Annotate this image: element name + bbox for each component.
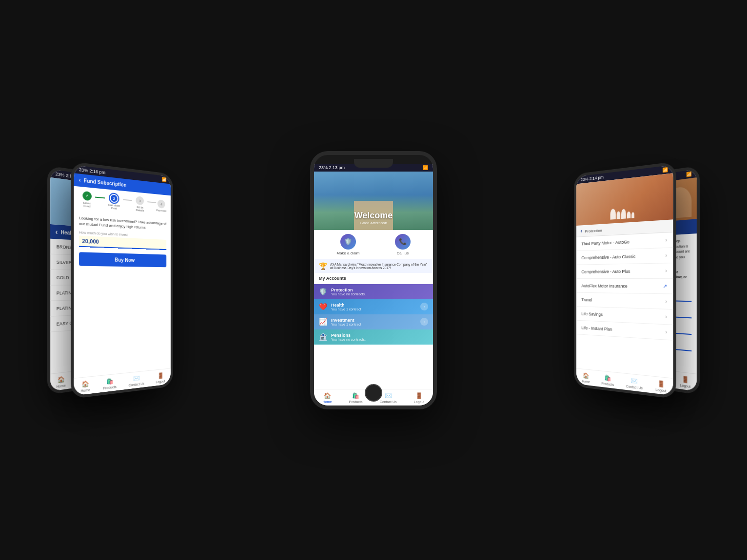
back-icon[interactable]: ‹ — [79, 177, 81, 183]
expand-icon[interactable]: › — [420, 318, 428, 326]
protection-account-row[interactable]: 🛡️ Protection You have no contracts. — [314, 284, 433, 299]
trophy-icon: 🏆 — [319, 262, 327, 270]
health-account-row[interactable]: ❤️ Health You have 1 contract › — [314, 299, 433, 314]
step-circle-4: 4 — [157, 199, 165, 209]
step-line-2 — [123, 199, 133, 201]
chevron-right-icon: › — [665, 298, 667, 304]
nav-logout[interactable]: 🚪 Logout — [414, 392, 424, 404]
chevron-right-icon: › — [665, 314, 667, 320]
list-item[interactable]: AutoFlex Motor Insurance ↗ — [576, 278, 673, 294]
nav-logout[interactable]: 🚪 Logout — [655, 380, 666, 392]
step-line-1 — [95, 196, 105, 198]
nav-logout[interactable]: 🚪 Logout — [680, 375, 690, 388]
external-link-icon: ↗ — [663, 283, 667, 289]
home-icon: 🏠 — [58, 375, 65, 384]
logout-icon: 🚪 — [657, 380, 665, 387]
protection-icon: 🛡️ — [319, 288, 327, 295]
back-icon[interactable]: ‹ — [56, 227, 58, 235]
home-icon: 🏠 — [81, 380, 89, 387]
my-accounts-header: My Accounts — [314, 273, 433, 284]
buy-now-button[interactable]: Buy Now — [79, 252, 166, 267]
chevron-right-icon: › — [665, 237, 667, 243]
investment-icon: 📈 — [319, 318, 327, 326]
welcome-title: Welcome — [354, 211, 393, 221]
home-button[interactable] — [365, 384, 382, 402]
protection-product-list: Third Party Motor - AutoGo › Comprehensi… — [576, 232, 673, 378]
nav-contact[interactable]: ✉️ Contact Us — [380, 392, 397, 404]
home-icon: 🏠 — [324, 392, 331, 399]
nav-home[interactable]: 🏠 Home — [80, 380, 90, 392]
health-info: Health You have 1 contract — [331, 303, 416, 311]
contact-icon: ✉️ — [385, 392, 392, 399]
news-ticker: 🏆 AXA Mansard wins "Most Innovative Insu… — [314, 259, 433, 273]
app-scene: 23% 2:14 pm 📶 ‹ Health BRONZE › S — [57, 56, 690, 504]
health-icon: ❤️ — [319, 303, 327, 310]
step-line-3 — [148, 201, 157, 203]
contact-icon: ✉️ — [133, 374, 140, 382]
phone-protection-products: 23% 2:14 pm 📶 ‹ Protection — [574, 161, 676, 399]
center-hero: Welcome Good Afternoon — [314, 172, 433, 230]
nav-home[interactable]: 🏠 Home — [582, 372, 590, 384]
logout-icon: 🚪 — [415, 392, 423, 399]
step-2: 2 Calculate Cost — [105, 193, 123, 211]
step-circle-3: 3 — [136, 196, 144, 205]
protection-info: Protection You have no contracts. — [331, 288, 428, 296]
fund-body: Looking for a low risk investment? Take … — [74, 211, 170, 378]
center-actions: 🛡️ Make a claim 📞 Call us — [314, 230, 433, 259]
nav-home[interactable]: 🏠 Home — [323, 392, 332, 404]
nav-contact[interactable]: ✉️ Contact Us — [626, 376, 643, 389]
nav-home[interactable]: 🏠 Home — [57, 375, 66, 388]
pensions-account-row[interactable]: 🏦 Pensions You have no contracts. — [314, 329, 433, 345]
products-icon: 🛍️ — [604, 374, 611, 382]
logout-icon: 🚪 — [157, 372, 164, 379]
nav-contact[interactable]: ✉️ Contact Us — [129, 374, 144, 386]
step-circle-1: ✓ — [82, 191, 92, 200]
contact-icon: ✉️ — [630, 377, 638, 385]
logout-icon: 🚪 — [682, 375, 689, 384]
phone-icon: 📞 — [395, 234, 411, 250]
fund-description: Looking for a low risk investment? Take … — [79, 215, 166, 232]
step-4: 4 Payment — [157, 199, 167, 212]
nav-logout[interactable]: 🚪 Logout — [156, 372, 165, 384]
products-icon: 🛍️ — [352, 392, 359, 399]
chevron-right-icon: › — [665, 268, 667, 273]
home-icon: 🏠 — [583, 372, 589, 379]
pensions-info: Pensions You have no contracts. — [331, 333, 428, 341]
step-1: ✓ Select Fund — [79, 191, 95, 208]
investment-info: Investment You have 1 contract — [331, 318, 416, 326]
step-circle-2: 2 — [110, 193, 118, 203]
pensions-icon: 🏦 — [319, 333, 327, 341]
investment-account-row[interactable]: 📈 Investment You have 1 contract › — [314, 314, 433, 329]
chevron-right-icon: › — [665, 329, 667, 335]
list-item[interactable]: Comprehensive - Auto Plus › — [576, 263, 673, 279]
list-item[interactable]: Comprehensive - Auto Classic › — [576, 248, 673, 265]
nav-products[interactable]: 🛍️ Products — [103, 377, 116, 389]
accounts-list: 🛡️ Protection You have no contracts. ❤️ … — [314, 284, 433, 389]
step-3: 3 Fill In Details — [132, 195, 147, 212]
welcome-subtitle: Good Afternoon — [360, 221, 387, 225]
phone-fund-subscription: 23% 2:16 pm 📶 ‹ Fund Subscription ✓ Sele… — [71, 161, 173, 399]
nav-products[interactable]: 🛍️ Products — [349, 392, 363, 404]
expand-icon[interactable]: › — [420, 303, 428, 310]
nav-products[interactable]: 🛍️ Products — [602, 374, 614, 386]
claim-icon: 🛡️ — [340, 234, 356, 250]
call-us-button[interactable]: 📞 Call us — [395, 234, 411, 255]
products-icon: 🛍️ — [106, 377, 114, 385]
make-claim-button[interactable]: 🛡️ Make a claim — [336, 234, 359, 255]
family-silhouette — [610, 207, 634, 219]
back-icon[interactable]: ‹ — [581, 228, 582, 234]
phone-center-welcome: 23% 2:13 pm 📶 Welcome Good Afternoon 🛡️ … — [310, 151, 437, 409]
chevron-right-icon: › — [665, 252, 667, 258]
notch — [354, 159, 393, 168]
